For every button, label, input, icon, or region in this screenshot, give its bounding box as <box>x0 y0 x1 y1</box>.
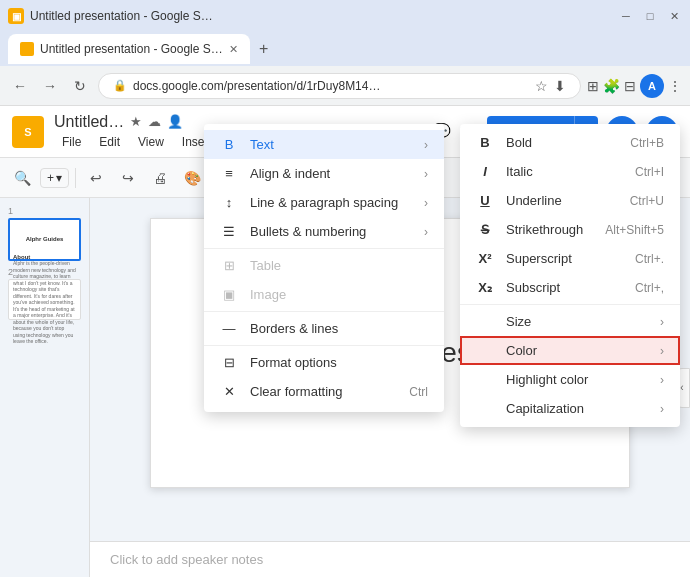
zoom-plus-icon: + <box>47 171 54 185</box>
options-label: Format options <box>250 355 428 370</box>
image-icon: ▣ <box>220 287 238 302</box>
format-menu-item-clear[interactable]: ✕ Clear formatting Ctrl <box>204 377 444 406</box>
text-label: Text <box>250 137 412 152</box>
back-button[interactable]: ← <box>8 74 32 98</box>
undo-button[interactable]: ↩ <box>82 164 110 192</box>
paint-format-button[interactable]: 🎨 <box>178 164 206 192</box>
forward-button[interactable]: → <box>38 74 62 98</box>
borders-icon: — <box>220 321 238 336</box>
highlight-arrow-icon: › <box>660 373 664 387</box>
submenu-item-superscript[interactable]: X² Superscript Ctrl+. <box>460 244 680 273</box>
address-bar: ← → ↻ 🔒 docs.google.com/presentation/d/1… <box>0 66 690 106</box>
size-label: Size <box>506 314 648 329</box>
align-icon: ≡ <box>220 166 238 181</box>
document-title[interactable]: Untitled… <box>54 113 124 131</box>
ext-icon-1[interactable]: ⊞ <box>587 78 599 94</box>
redo-button[interactable]: ↪ <box>114 164 142 192</box>
spacing-label: Line & paragraph spacing <box>250 195 412 210</box>
minimize-button[interactable]: ─ <box>618 8 634 24</box>
spacing-arrow-icon: › <box>424 196 428 210</box>
format-menu-item-borders[interactable]: — Borders & lines <box>204 314 444 343</box>
bold-label: Bold <box>506 135 618 150</box>
tab-favicon <box>20 42 34 56</box>
bold-icon: B <box>476 135 494 150</box>
align-label: Align & indent <box>250 166 412 181</box>
strikethrough-label: Strikethrough <box>506 222 593 237</box>
underline-icon: U <box>476 193 494 208</box>
speaker-notes[interactable]: Click to add speaker notes <box>90 541 690 577</box>
table-icon: ⊞ <box>220 258 238 273</box>
extension-icons: ⊞ 🧩 ⊟ A ⋮ <box>587 74 682 98</box>
submenu-item-color[interactable]: Color › <box>460 336 680 365</box>
title-bar-text: Untitled presentation - Google S… <box>30 9 612 23</box>
menu-file[interactable]: File <box>54 133 89 151</box>
subscript-shortcut: Ctrl+, <box>635 281 664 295</box>
zoom-control[interactable]: + ▾ <box>40 168 69 188</box>
tab-close-button[interactable]: ✕ <box>229 43 238 56</box>
bullets-label: Bullets & numbering <box>250 224 412 239</box>
address-input[interactable]: 🔒 docs.google.com/presentation/d/1rDuy8M… <box>98 73 581 99</box>
format-menu-section-3: — Borders & lines <box>204 311 444 345</box>
slide-thumb-body-2: Alphr is the people-driven modern new te… <box>13 260 76 345</box>
star-icon[interactable]: ★ <box>130 114 142 129</box>
profile-button[interactable]: A <box>640 74 664 98</box>
browser-favicon: ▣ <box>8 8 24 24</box>
new-tab-button[interactable]: + <box>250 35 278 63</box>
browser-tab[interactable]: Untitled presentation - Google S… ✕ <box>8 34 250 64</box>
subscript-label: Subscript <box>506 280 623 295</box>
slide-thumb-title-1: Alphr Guides <box>26 236 64 242</box>
align-arrow-icon: › <box>424 167 428 181</box>
slide-thumbnail-2[interactable]: About Alphr is the people-driven modern … <box>8 279 81 321</box>
clear-shortcut: Ctrl <box>409 385 428 399</box>
subscript-icon: X₂ <box>476 280 494 295</box>
format-menu-item-image: ▣ Image <box>204 280 444 309</box>
separator-1 <box>75 168 76 188</box>
submenu-item-bold[interactable]: B Bold Ctrl+B <box>460 128 680 157</box>
options-icon: ⊟ <box>220 355 238 370</box>
submenu-item-italic[interactable]: I Italic Ctrl+I <box>460 157 680 186</box>
menu-dots-icon[interactable]: ⋮ <box>668 78 682 94</box>
submenu-item-highlight[interactable]: Highlight color › <box>460 365 680 394</box>
bullets-arrow-icon: › <box>424 225 428 239</box>
spacing-icon: ↕ <box>220 195 238 210</box>
format-menu-item-table: ⊞ Table <box>204 251 444 280</box>
zoom-value: ▾ <box>56 171 62 185</box>
clear-icon: ✕ <box>220 384 238 399</box>
format-menu-item-text[interactable]: B Text › <box>204 130 444 159</box>
format-menu-section-2: ⊞ Table ▣ Image <box>204 248 444 311</box>
submenu-item-subscript[interactable]: X₂ Subscript Ctrl+, <box>460 273 680 302</box>
format-dropdown-menu: B Text › ≡ Align & indent › ↕ Line & par… <box>204 124 444 412</box>
tab-label: Untitled presentation - Google S… <box>40 42 223 56</box>
url-text: docs.google.com/presentation/d/1rDuy8M14… <box>133 79 529 93</box>
format-menu-item-spacing[interactable]: ↕ Line & paragraph spacing › <box>204 188 444 217</box>
menu-view[interactable]: View <box>130 133 172 151</box>
maximize-button[interactable]: □ <box>642 8 658 24</box>
format-menu-item-align[interactable]: ≡ Align & indent › <box>204 159 444 188</box>
superscript-shortcut: Ctrl+. <box>635 252 664 266</box>
bookmark-icon[interactable]: ☆ <box>535 78 548 94</box>
clear-label: Clear formatting <box>250 384 397 399</box>
text-arrow-icon: › <box>424 138 428 152</box>
submenu-item-strikethrough[interactable]: S̶ Strikethrough Alt+Shift+5 <box>460 215 680 244</box>
slide-number-1: 1 <box>8 206 81 216</box>
download-icon[interactable]: ⬇ <box>554 78 566 94</box>
submenu-item-size[interactable]: Size › <box>460 307 680 336</box>
superscript-label: Superscript <box>506 251 623 266</box>
strikethrough-shortcut: Alt+Shift+5 <box>605 223 664 237</box>
puzzle-icon[interactable]: 🧩 <box>603 78 620 94</box>
color-arrow-icon: › <box>660 344 664 358</box>
print-button[interactable]: 🖨 <box>146 164 174 192</box>
search-tool-button[interactable]: 🔍 <box>8 164 36 192</box>
title-bar: ▣ Untitled presentation - Google S… ─ □ … <box>0 0 690 32</box>
tab-bar: Untitled presentation - Google S… ✕ + <box>0 32 690 66</box>
list-item[interactable]: 2 About Alphr is the people-driven moder… <box>8 267 81 321</box>
submenu-item-underline[interactable]: U Underline Ctrl+U <box>460 186 680 215</box>
sidebar-icon[interactable]: ⊟ <box>624 78 636 94</box>
format-menu-item-bullets[interactable]: ☰ Bullets & numbering › <box>204 217 444 246</box>
format-menu-item-options[interactable]: ⊟ Format options <box>204 348 444 377</box>
list-item[interactable]: 1 Alphr Guides <box>8 206 81 261</box>
menu-edit[interactable]: Edit <box>91 133 128 151</box>
refresh-button[interactable]: ↻ <box>68 74 92 98</box>
close-button[interactable]: ✕ <box>666 8 682 24</box>
submenu-item-capitalization[interactable]: Capitalization › <box>460 394 680 423</box>
